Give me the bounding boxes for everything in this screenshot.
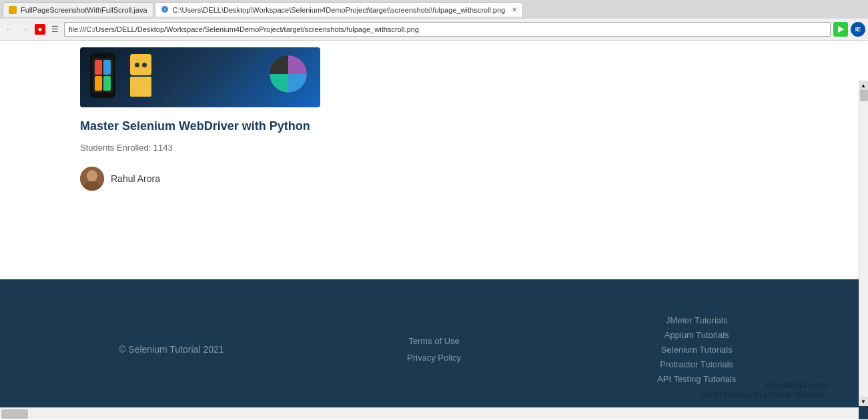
students-enrolled-container: Students Enrolled: 1143 bbox=[80, 141, 788, 153]
robot-body bbox=[130, 77, 151, 97]
scroll-up-arrow[interactable]: ▲ bbox=[859, 81, 868, 90]
browser-logo: IE bbox=[851, 22, 865, 37]
scrollbar-thumb-horizontal[interactable] bbox=[1, 409, 28, 419]
footer: © Selenium Tutorial 2021 Terms of Use Pr… bbox=[0, 279, 868, 419]
course-thumbnail bbox=[80, 47, 320, 107]
footer-tutorial-appium[interactable]: Appium Tutorials bbox=[665, 330, 729, 340]
course-title-container: Master Selenium WebDriver with Python bbox=[80, 118, 788, 135]
address-input[interactable] bbox=[64, 22, 831, 37]
tab-bar: FullPageScreenshotWithFullScroll.java i … bbox=[0, 0, 868, 19]
phone-shape bbox=[90, 53, 115, 98]
svg-marker-2 bbox=[838, 26, 844, 33]
tab-java[interactable]: FullPageScreenshotWithFullScroll.java bbox=[3, 2, 153, 17]
footer-tutorial-api[interactable]: API Testing Tutorials bbox=[657, 374, 736, 384]
footer-link-terms[interactable]: Terms of Use bbox=[408, 336, 460, 346]
run-button[interactable] bbox=[833, 22, 848, 37]
circle-logo bbox=[270, 55, 307, 93]
back-button[interactable]: ← bbox=[3, 23, 16, 36]
footer-copyright: © Selenium Tutorial 2021 bbox=[119, 344, 224, 355]
author-name: Rahul Arora bbox=[111, 173, 160, 184]
tab-image[interactable]: i C:\Users\DELL\Desktop\Workspace\Seleni… bbox=[155, 2, 524, 17]
author-row: Rahul Arora bbox=[80, 167, 788, 191]
svg-point-7 bbox=[87, 171, 97, 181]
footer-copyright-section: © Selenium Tutorial 2021 bbox=[40, 343, 303, 355]
phone-screen bbox=[93, 58, 113, 93]
address-bar-row: ← → ■ ☰ IE bbox=[0, 19, 868, 40]
tab-image-label: C:\Users\DELL\Desktop\Workspace\Selenium… bbox=[173, 6, 506, 14]
horizontal-scrollbar[interactable] bbox=[0, 407, 859, 419]
stop-button[interactable]: ■ bbox=[35, 24, 45, 35]
footer-tutorial-selenium[interactable]: Selenium Tutorials bbox=[661, 345, 733, 355]
course-title: Master Selenium WebDriver with Python bbox=[80, 118, 320, 135]
forward-button[interactable]: → bbox=[19, 23, 32, 36]
robot-eye-right bbox=[142, 63, 147, 67]
app-icon-1 bbox=[95, 60, 102, 75]
robot-head bbox=[130, 54, 151, 75]
footer-links-section: Terms of Use Privacy Policy bbox=[303, 336, 566, 363]
scroll-down-arrow[interactable]: ▼ bbox=[859, 397, 868, 406]
tab-java-label: FullPageScreenshotWithFullScroll.java bbox=[21, 6, 147, 14]
footer-link-privacy[interactable]: Privacy Policy bbox=[407, 353, 461, 363]
browser-chrome: FullPageScreenshotWithFullScroll.java i … bbox=[0, 0, 868, 41]
app-icon-2 bbox=[103, 60, 111, 75]
tab-close-icon[interactable]: ✕ bbox=[512, 6, 517, 13]
java-icon bbox=[9, 6, 17, 14]
robot-eye-left bbox=[135, 63, 139, 67]
menu-button[interactable]: ☰ bbox=[48, 23, 61, 36]
content-area: Master Selenium WebDriver with Python St… bbox=[0, 41, 868, 274]
footer-tutorial-jmeter[interactable]: JMeter Tutorials bbox=[666, 315, 727, 325]
app-icon-4 bbox=[103, 76, 111, 91]
robot-shape bbox=[130, 54, 151, 97]
footer-tutorials-section: JMeter Tutorials Appium Tutorials Seleni… bbox=[565, 315, 828, 384]
tab-image-icon: i bbox=[161, 5, 169, 15]
avatar bbox=[80, 167, 104, 191]
students-enrolled: Students Enrolled: 1143 bbox=[80, 143, 173, 153]
app-icon-3 bbox=[95, 76, 102, 91]
footer-tutorial-protractor[interactable]: Protractor Tutorials bbox=[660, 359, 733, 369]
vertical-scrollbar[interactable] bbox=[859, 81, 868, 406]
